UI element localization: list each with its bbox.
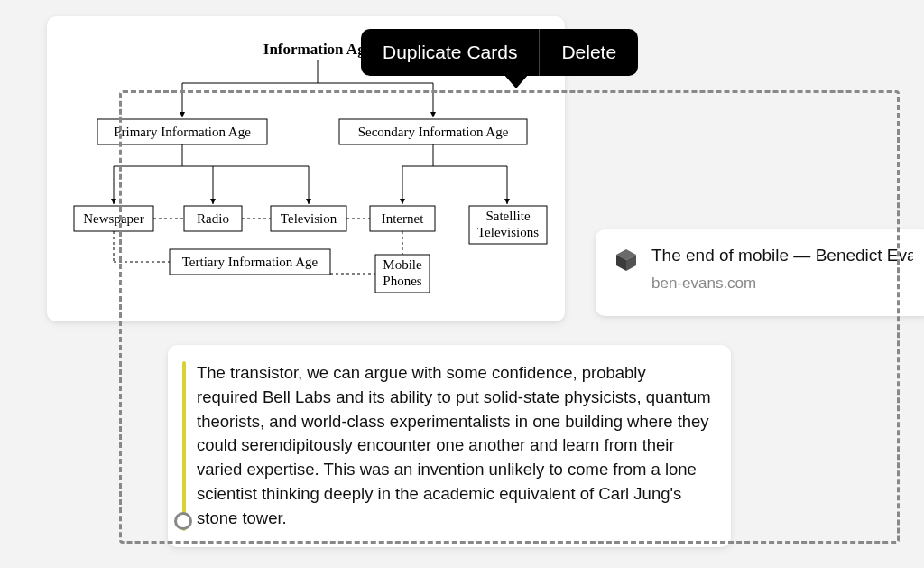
menu-pointer-icon <box>504 74 529 88</box>
node-mobile-1: Mobile <box>383 257 422 272</box>
node-satellite-2: Televisions <box>477 225 539 239</box>
link-domain: ben-evans.com <box>651 275 913 293</box>
node-tertiary: Tertiary Information Age <box>182 255 319 269</box>
node-internet: Internet <box>382 211 424 226</box>
node-secondary: Secondary Information Age <box>358 125 509 139</box>
duplicate-cards-button[interactable]: Duplicate Cards <box>361 29 539 76</box>
quote-text: The transistor, we can argue with some c… <box>197 361 711 531</box>
delete-button[interactable]: Delete <box>540 29 638 76</box>
node-radio: Radio <box>197 211 229 226</box>
quote-card[interactable]: The transistor, we can argue with some c… <box>168 345 731 547</box>
context-menu: Duplicate Cards Delete <box>361 29 638 76</box>
node-television: Television <box>281 211 337 226</box>
node-primary: Primary Information Age <box>114 125 251 139</box>
quote-accent-bar <box>182 361 186 531</box>
selection-handle[interactable] <box>174 512 192 530</box>
link-body: The end of mobile — Benedict Evans ben-e… <box>651 246 913 293</box>
node-mobile-2: Phones <box>383 274 422 288</box>
node-satellite-1: Satellite <box>485 209 530 223</box>
link-title: The end of mobile — Benedict Evans <box>651 246 913 265</box>
link-card[interactable]: The end of mobile — Benedict Evans ben-e… <box>596 229 924 316</box>
node-newspaper: Newspaper <box>83 211 143 226</box>
cube-icon <box>614 247 639 273</box>
diagram-title: Information Age <box>263 41 373 58</box>
